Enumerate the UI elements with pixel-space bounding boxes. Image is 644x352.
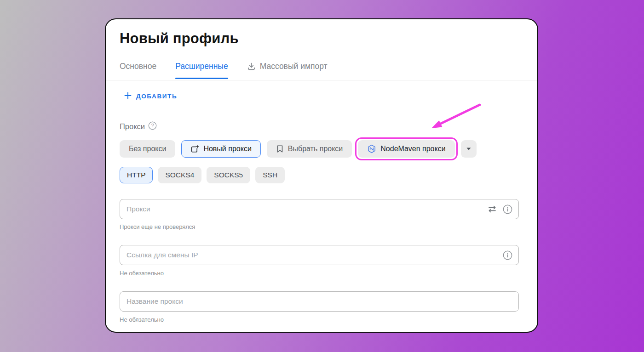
change-ip-input[interactable] xyxy=(120,245,519,265)
tab-basic[interactable]: Основное xyxy=(120,62,156,78)
info-icon[interactable] xyxy=(503,204,512,214)
tab-bulk-import[interactable]: Массовый импорт xyxy=(247,62,328,78)
page-title: Новый профиль xyxy=(120,30,239,47)
tab-advanced-label: Расширенные xyxy=(175,62,228,71)
tab-divider xyxy=(106,80,537,80)
page-background: Новый профиль Основное Расширенные Массо… xyxy=(0,0,644,352)
proxy-name-field xyxy=(120,291,519,312)
new-proxy-button[interactable]: Новый прокси xyxy=(181,140,260,158)
change-ip-helper-text: Не обязательно xyxy=(120,270,164,277)
new-proxy-plus-icon xyxy=(190,145,199,153)
proxy-input[interactable] xyxy=(120,199,519,219)
proxy-input-field xyxy=(120,199,519,219)
change-ip-icons xyxy=(503,245,512,265)
question-circle-icon[interactable]: ? xyxy=(148,121,157,132)
tab-bar: Основное Расширенные Массовый импорт xyxy=(120,62,328,78)
info-icon[interactable] xyxy=(503,250,512,260)
tab-bulk-import-label: Массовый импорт xyxy=(260,62,328,71)
nodemaven-proxy-label: NodeMaven прокси xyxy=(380,145,445,153)
protocol-ssh-button[interactable]: SSH xyxy=(255,167,285,183)
proxy-provider-dropdown-button[interactable] xyxy=(461,140,477,158)
new-profile-modal: Новый профиль Основное Расширенные Массо… xyxy=(105,18,538,333)
select-proxy-label: Выбрать прокси xyxy=(288,145,343,153)
proxy-name-input[interactable] xyxy=(120,291,519,312)
svg-text:?: ? xyxy=(151,123,154,128)
swap-icon[interactable] xyxy=(488,205,497,213)
add-button-label: ДОБАВИТЬ xyxy=(136,93,177,100)
caret-down-icon xyxy=(466,147,472,151)
plus-icon xyxy=(124,92,132,101)
no-proxy-button[interactable]: Без прокси xyxy=(120,140,175,158)
tab-advanced[interactable]: Расширенные xyxy=(175,62,228,78)
protocol-http-button[interactable]: HTTP xyxy=(120,167,153,183)
add-button[interactable]: ДОБАВИТЬ xyxy=(124,92,177,101)
proxy-type-buttons: Без прокси Новый прокси Выбрать про xyxy=(120,140,477,158)
protocol-socks5-button[interactable]: SOCKS5 xyxy=(207,167,250,183)
proxy-status-text: Прокси еще не проверялся xyxy=(120,223,195,230)
nodemaven-proxy-button[interactable]: NodeMaven прокси xyxy=(358,140,454,158)
download-icon xyxy=(247,62,256,71)
protocol-buttons: HTTP SOCKS4 SOCKS5 SSH xyxy=(120,167,285,183)
new-proxy-label: Новый прокси xyxy=(203,145,251,153)
nodemaven-hexagon-icon xyxy=(367,144,376,153)
nodemaven-button-wrapper: NodeMaven прокси xyxy=(358,140,454,158)
proxy-section-label: Прокси ? xyxy=(120,121,157,132)
proxy-input-icons xyxy=(488,199,512,219)
active-tab-underline xyxy=(175,78,228,79)
change-ip-field xyxy=(120,245,519,265)
no-proxy-label: Без прокси xyxy=(129,145,166,153)
proxy-name-helper-text: Не обязательно xyxy=(120,316,164,323)
select-proxy-button[interactable]: Выбрать прокси xyxy=(267,140,352,158)
proxy-label-text: Прокси xyxy=(120,122,145,131)
protocol-socks4-button[interactable]: SOCKS4 xyxy=(158,167,201,183)
bookmark-icon xyxy=(276,145,284,153)
tab-basic-label: Основное xyxy=(120,62,156,71)
